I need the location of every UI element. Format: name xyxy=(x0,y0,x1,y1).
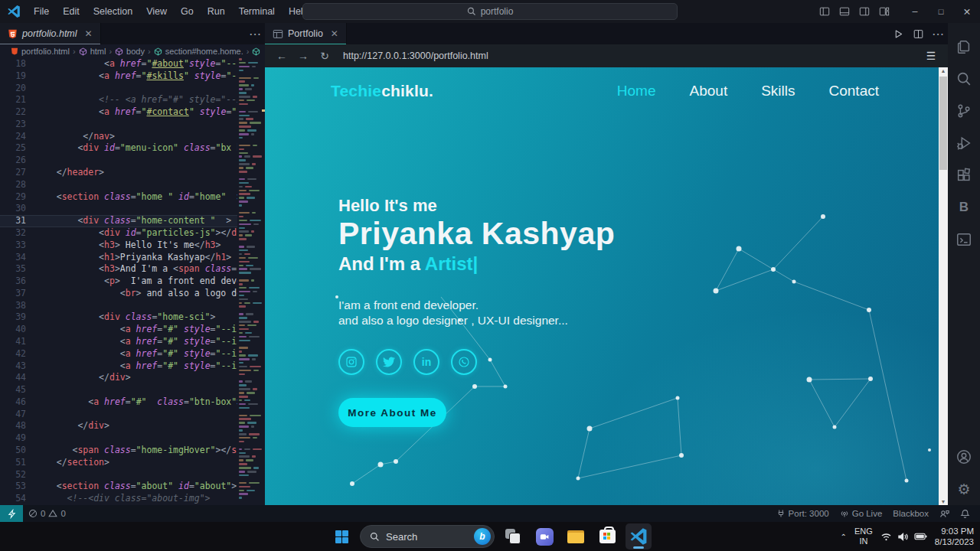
code-line-34[interactable]: 34 <h1>Priyanka Kashyap</h1> xyxy=(0,252,265,264)
whatsapp-icon[interactable] xyxy=(451,349,477,375)
search-icon[interactable] xyxy=(948,63,980,95)
problems-indicator[interactable]: 0 0 xyxy=(23,505,71,522)
twitter-icon[interactable] xyxy=(376,349,402,375)
vscode-taskbar-button[interactable] xyxy=(626,523,652,549)
code-line-47[interactable]: 47 xyxy=(0,409,265,421)
code-line-21[interactable]: 21 <!-- <a href="#" style="--i: xyxy=(0,94,265,106)
code-line-51[interactable]: 51 </section> xyxy=(0,457,265,469)
code-line-45[interactable]: 45 xyxy=(0,384,265,396)
tab-portfolio-html[interactable]: portfolio.html ✕ xyxy=(0,23,101,44)
chat-button[interactable] xyxy=(531,523,557,549)
notifications-bell-icon[interactable] xyxy=(955,505,975,522)
toggle-sidebar-icon[interactable] xyxy=(815,0,835,23)
page-nav-home[interactable]: Home xyxy=(617,83,656,99)
code-line-49[interactable]: 49 xyxy=(0,432,265,445)
source-control-icon[interactable] xyxy=(948,95,980,127)
language-indicator[interactable]: ENGIN xyxy=(854,527,873,546)
code-line-27[interactable]: 27 </header> xyxy=(0,167,265,179)
extensions-icon[interactable] xyxy=(948,159,980,191)
tray-status-icons[interactable] xyxy=(880,532,927,542)
accounts-icon[interactable] xyxy=(948,441,980,473)
menu-run[interactable]: Run xyxy=(201,0,232,23)
code-line-39[interactable]: 39 <div class="home-sci"> xyxy=(0,311,265,324)
menu-file[interactable]: File xyxy=(27,0,56,23)
page-nav-skills[interactable]: Skills xyxy=(761,83,795,99)
address-input[interactable]: http://127.0.0.1:3000/portfolio.html xyxy=(343,51,919,61)
file-explorer-button[interactable] xyxy=(563,523,589,549)
code-line-37[interactable]: 37 <br> and also a logo des xyxy=(0,288,265,300)
command-center-search[interactable]: portfolio xyxy=(302,3,678,20)
instagram-icon[interactable] xyxy=(338,349,364,375)
scroll-down-arrow-icon[interactable]: ▼ xyxy=(939,499,948,504)
code-line-35[interactable]: 35 <h3>And I'm a <span class="t xyxy=(0,263,265,276)
code-line-48[interactable]: 48 </div> xyxy=(0,420,265,432)
remote-indicator[interactable] xyxy=(0,505,23,522)
code-line-32[interactable]: 32 <div id="particles-js"></div xyxy=(0,227,265,240)
code-line-53[interactable]: 53 <section class="about" id="about"> xyxy=(0,481,265,493)
tab-portfolio-preview[interactable]: Portfolio ✕ xyxy=(265,23,347,44)
code-line-31[interactable]: 31 <div class="home-content " > xyxy=(0,215,265,227)
menu-go[interactable]: Go xyxy=(174,0,201,23)
code-line-46[interactable]: 46 <a href="#" class="btn-box">Mo xyxy=(0,396,265,409)
menu-edit[interactable]: Edit xyxy=(56,0,87,23)
code-line-29[interactable]: 29 <section class="home " id="home" > xyxy=(0,191,265,204)
close-tab-icon[interactable]: ✕ xyxy=(85,28,93,39)
preview-back-icon[interactable]: ← xyxy=(273,47,291,65)
port-indicator[interactable]: Port: 3000 xyxy=(771,505,835,522)
minimap[interactable] xyxy=(237,58,265,505)
hidden-icons-chevron[interactable]: ⌃ xyxy=(841,533,847,541)
taskbar-search[interactable]: Search b xyxy=(360,525,495,548)
code-line-50[interactable]: 50 <span class="home-imgHover"></spa xyxy=(0,445,265,457)
microsoft-store-button[interactable] xyxy=(594,523,620,549)
code-line-22[interactable]: 22 <a href="#contact" style="-- xyxy=(0,106,265,119)
code-line-43[interactable]: 43 <a href="#" style="--i:9 xyxy=(0,360,265,373)
close-button[interactable]: ✕ xyxy=(954,0,980,23)
code-line-44[interactable]: 44 </div> xyxy=(0,372,265,384)
breadcrumb-item[interactable]: section#home.home. xyxy=(154,47,243,56)
live-preview-icon[interactable] xyxy=(948,223,980,256)
code-line-18[interactable]: 18 <a href="#about"style="--i:1 xyxy=(0,58,265,70)
page-nav-about[interactable]: About xyxy=(690,83,728,99)
breadcrumb-item[interactable]: body xyxy=(115,47,145,56)
code-line-36[interactable]: 36 <p> I'am a front end devel xyxy=(0,276,265,288)
more-actions-icon[interactable]: ⋯ xyxy=(928,23,948,44)
code-line-19[interactable]: 19 <a href="#skills" style="--i xyxy=(0,70,265,83)
page-nav-contact[interactable]: Contact xyxy=(829,83,879,99)
breadcrumb[interactable]: portfolio.html›html›body›section#home.ho… xyxy=(0,44,265,58)
breadcrumb-item[interactable]: portfolio.html xyxy=(11,47,70,56)
toggle-panel-icon[interactable] xyxy=(835,0,854,23)
minimize-button[interactable]: – xyxy=(902,0,928,23)
code-line-42[interactable]: 42 <a href="#" style="--i:8 xyxy=(0,348,265,360)
code-line-52[interactable]: 52 xyxy=(0,469,265,481)
code-line-30[interactable]: 30 xyxy=(0,203,265,215)
start-button[interactable] xyxy=(328,523,354,549)
scrollbar-thumb[interactable] xyxy=(939,77,947,170)
code-line-41[interactable]: 41 <a href="#" style="--i:7 xyxy=(0,336,265,348)
split-editor-icon[interactable] xyxy=(908,23,928,44)
explorer-icon[interactable] xyxy=(948,31,980,63)
linkedin-icon[interactable]: in xyxy=(413,349,439,375)
menu-selection[interactable]: Selection xyxy=(87,0,139,23)
more-about-me-button[interactable]: More About Me xyxy=(338,398,446,427)
preview-scrollbar[interactable]: ▲ ▼ xyxy=(939,67,948,505)
code-line-33[interactable]: 33 <h3> Hello It's me</h3> xyxy=(0,240,265,252)
code-editor[interactable]: 18 <a href="#about"style="--i:119 <a hre… xyxy=(0,58,265,505)
breadcrumb-item[interactable]: html xyxy=(79,47,106,56)
site-logo[interactable]: Techiechiklu. xyxy=(331,82,433,100)
go-live-button[interactable]: Go Live xyxy=(835,505,888,522)
menu-view[interactable]: View xyxy=(139,0,174,23)
feedback-icon[interactable] xyxy=(934,505,955,522)
scroll-up-arrow-icon[interactable]: ▲ xyxy=(939,68,948,73)
customize-layout-icon[interactable] xyxy=(874,0,894,23)
toggle-secondary-sidebar-icon[interactable] xyxy=(854,0,874,23)
blackbox-extension-icon[interactable]: B xyxy=(948,191,980,223)
code-line-38[interactable]: 38 xyxy=(0,300,265,312)
code-line-25[interactable]: 25 <div id="menu-icon" class="bx b xyxy=(0,142,265,155)
preview-reload-icon[interactable]: ↻ xyxy=(315,47,334,65)
run-file-icon[interactable] xyxy=(888,23,908,44)
code-line-40[interactable]: 40 <a href="#" style="--i:6 xyxy=(0,324,265,336)
close-tab-icon[interactable]: ✕ xyxy=(331,28,338,39)
menu-terminal[interactable]: Terminal xyxy=(232,0,282,23)
preview-forward-icon[interactable]: → xyxy=(294,47,312,65)
maximize-button[interactable]: □ xyxy=(928,0,954,23)
